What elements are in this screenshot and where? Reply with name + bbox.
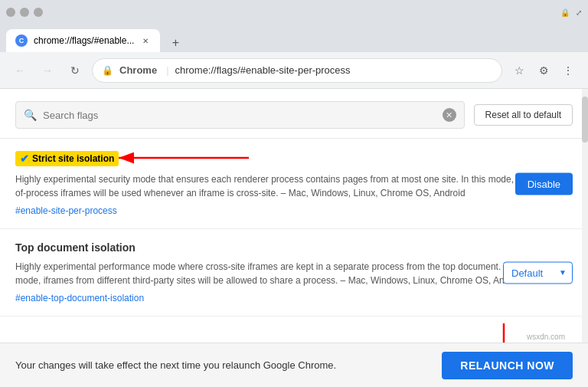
tab-close-button[interactable]: ✕: [140, 35, 151, 46]
flag-description-2: Highly experimental performance mode whe…: [15, 260, 536, 287]
scrollbar-thumb[interactable]: [582, 97, 588, 143]
search-clear-button[interactable]: ✕: [443, 108, 456, 122]
search-box[interactable]: 🔍 ✕: [15, 101, 465, 129]
select-wrapper[interactable]: Default Enabled Disabled ▼: [503, 261, 573, 284]
flag-enabled-badge: ✔ Strict site isolation: [15, 151, 119, 166]
reset-all-button[interactable]: Reset all to default: [474, 104, 573, 126]
toolbar: ← → ↻ 🔒 Chrome | chrome://flags/#enable-…: [0, 52, 588, 89]
tab-favicon: C: [15, 34, 28, 47]
address-separator: |: [166, 64, 168, 76]
close-window-button[interactable]: [6, 8, 15, 17]
flag-badge-text: Strict site isolation: [32, 153, 114, 164]
annotation-arrow: [115, 145, 253, 172]
tab-bar: C chrome://flags/#enable... ✕ +: [0, 25, 588, 52]
disable-button[interactable]: Disable: [515, 172, 573, 195]
tab-title: chrome://flags/#enable...: [34, 35, 134, 46]
active-tab[interactable]: C chrome://flags/#enable... ✕: [6, 29, 160, 52]
new-tab-button[interactable]: +: [166, 34, 185, 52]
minimize-window-button[interactable]: [20, 8, 29, 17]
flag-link-2[interactable]: #enable-top-document-isolation: [15, 293, 144, 303]
back-button[interactable]: ←: [9, 60, 31, 81]
chrome-label: Chrome: [119, 64, 157, 76]
flag-item: ✔ Strict site isolation Highly experimen…: [0, 139, 588, 229]
flag-item: Top document isolation Highly experiment…: [0, 229, 588, 316]
flags-header: 🔍 ✕ Reset all to default: [0, 89, 588, 139]
page-scrollbar[interactable]: [582, 89, 588, 343]
checkmark-icon: ✔: [20, 153, 29, 165]
watermark: wsxdn.com: [527, 333, 565, 341]
search-icon: 🔍: [24, 109, 37, 121]
address-bar[interactable]: 🔒 Chrome | chrome://flags/#enable-site-p…: [92, 58, 502, 83]
extension-button[interactable]: ⚙: [533, 60, 554, 81]
flag-name: Top document isolation: [15, 241, 136, 254]
security-icon: 🔒: [102, 65, 113, 76]
flag-header: ✔ Strict site isolation: [15, 151, 573, 166]
title-bar: 🔒 ⤢: [0, 0, 588, 25]
flag-link[interactable]: #enable-site-per-process: [15, 205, 117, 216]
menu-button[interactable]: ⋮: [557, 60, 579, 81]
flag-header-2: Top document isolation: [15, 241, 573, 254]
relaunch-message: Your changes will take effect the next t…: [15, 359, 430, 371]
relaunch-now-button[interactable]: RELAUNCH NOW: [442, 352, 573, 379]
flag-control-2: Default Enabled Disabled ▼: [503, 261, 573, 284]
flag-select[interactable]: Default Enabled Disabled: [503, 261, 573, 284]
window-resize-icon: ⤢: [576, 8, 582, 17]
reload-button[interactable]: ↻: [64, 60, 86, 81]
relaunch-bar: Your changes will take effect the next t…: [0, 343, 588, 387]
toolbar-right: ☆ ⚙ ⋮: [508, 60, 579, 81]
window-controls: [6, 8, 43, 17]
forward-button[interactable]: →: [37, 60, 58, 81]
flag-description: Highly experimental security mode that e…: [15, 172, 536, 200]
address-url: chrome://flags/#enable-site-per-process: [175, 64, 351, 76]
bookmark-button[interactable]: ☆: [508, 60, 530, 81]
search-input[interactable]: [43, 110, 436, 121]
flag-control: Disable: [515, 172, 573, 195]
window-lock-icon: 🔒: [560, 8, 570, 17]
page-content: 🔍 ✕ Reset all to default ✔ Strict site i…: [0, 89, 588, 387]
maximize-window-button[interactable]: [34, 8, 43, 17]
